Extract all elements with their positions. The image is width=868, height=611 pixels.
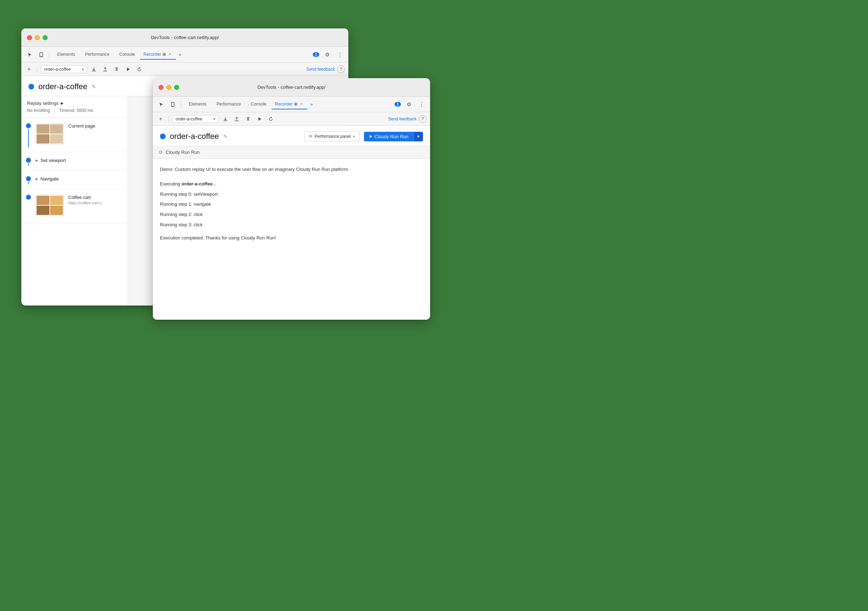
log-executing-suffix: ... <box>212 181 217 187</box>
nav-tabs-front: Elements Performance Console Recorder ✕ … <box>184 99 393 110</box>
replay-btn-arrow-front[interactable]: ▾ <box>413 132 423 141</box>
recorder-tab-label-front: Recorder <box>275 102 293 107</box>
edit-icon-front[interactable]: ✎ <box>223 133 228 139</box>
timeout-back: Timeout: 5000 ms <box>59 108 93 113</box>
settings-icon-front[interactable]: ⚙ <box>404 99 414 110</box>
step-content-2: ▶ Set viewport <box>36 156 128 166</box>
recording-selector-front[interactable]: order-a-coffee ▾ <box>172 115 219 123</box>
tab-performance-front[interactable]: Performance <box>211 99 246 110</box>
help-btn-back[interactable]: ? <box>337 65 345 73</box>
play-btn-front[interactable] <box>255 114 264 124</box>
thumb-grid-4 <box>36 195 64 216</box>
replay-btn-front[interactable]: Cloudy Run Run <box>364 132 413 141</box>
recording-selector-back[interactable]: order-a-coffee ▾ <box>41 65 87 73</box>
step-content-1: Current page <box>36 122 128 147</box>
no-throttling-back: No throttling <box>27 108 50 113</box>
more-tabs-back[interactable]: » <box>176 51 184 59</box>
import-btn-front[interactable] <box>232 114 241 124</box>
replay-settings-title-back[interactable]: Replay settings ▶ <box>27 101 122 106</box>
tab-recorder-front[interactable]: Recorder ✕ <box>271 99 307 110</box>
tl-green-back[interactable] <box>43 35 48 40</box>
tab-close-recorder-front[interactable]: ✕ <box>299 102 304 106</box>
svg-point-3 <box>163 54 165 55</box>
step-thumbnail-4 <box>36 195 64 216</box>
performance-panel-btn-front[interactable]: ⟳ Performance panel ▾ <box>304 131 360 141</box>
kebab-icon-back[interactable]: ⋮ <box>335 50 345 60</box>
custom-replay-title: Cloudy Run Run <box>166 150 199 155</box>
tab-close-recorder-back[interactable]: ✕ <box>167 52 172 56</box>
panel-btn-chevron-front: ▾ <box>353 134 355 139</box>
thumb-cell-1a <box>37 124 50 133</box>
delete-btn-back[interactable] <box>112 65 121 74</box>
cursor-tool-back[interactable] <box>25 50 35 60</box>
device-tool-back[interactable] <box>36 50 46 60</box>
recording-dot-front <box>160 133 166 139</box>
titlebar-back: DevTools - coffee-cart.netlify.app/ <box>21 28 348 47</box>
tab-elements-front[interactable]: Elements <box>184 99 211 110</box>
recorder-toolbar-back: + order-a-coffee ▾ Send feedback <box>21 62 348 76</box>
recorder-icon-front <box>294 102 298 106</box>
toolbar-right-back: 1 ⚙ ⋮ <box>313 50 345 60</box>
add-recording-btn-front[interactable]: + <box>157 115 165 123</box>
log-description-text: Demo: Custom replay UI to execute the us… <box>160 167 349 172</box>
step-text-1: Current page <box>68 123 123 128</box>
settings-icon-back[interactable]: ⚙ <box>322 50 332 60</box>
help-btn-front[interactable]: ? <box>419 115 426 123</box>
recorder-toolbar-divider-front <box>169 116 169 122</box>
export-btn-front[interactable] <box>221 114 230 124</box>
notification-badge-back[interactable]: 1 <box>313 52 319 57</box>
replay-settings-back: Replay settings ▶ No throttling | Timeou… <box>21 96 128 118</box>
log-executing-prefix: Executing <box>160 181 181 187</box>
step-thumbnail-1 <box>36 123 64 145</box>
import-btn-back[interactable] <box>101 65 110 74</box>
tl-yellow-front[interactable] <box>166 85 171 90</box>
more-tabs-front[interactable]: » <box>307 101 316 108</box>
log-step-0-text: Running step 0: setViewport <box>160 192 217 197</box>
tab-elements-back[interactable]: Elements <box>52 50 80 60</box>
send-feedback-link-back[interactable]: Send feedback <box>306 67 335 72</box>
devtools-toolbar-front: Elements Performance Console Recorder ✕ … <box>153 97 430 112</box>
traffic-lights-back <box>21 35 48 40</box>
play-btn-back[interactable] <box>123 65 133 74</box>
send-feedback-link-front[interactable]: Send feedback <box>388 116 417 122</box>
tl-yellow-back[interactable] <box>35 35 40 40</box>
kebab-icon-front[interactable]: ⋮ <box>417 99 426 110</box>
add-recording-btn-back[interactable]: + <box>25 65 33 74</box>
refresh-btn-back[interactable] <box>135 65 144 74</box>
tab-console-front[interactable]: Console <box>246 99 271 110</box>
log-completed-text: Execution completed. Thanks for using Cl… <box>160 235 276 240</box>
refresh-btn-front[interactable] <box>266 114 276 124</box>
recording-selector-chevron-back: ▾ <box>82 67 84 72</box>
svg-marker-12 <box>370 135 372 138</box>
steps-panel-back: Replay settings ▶ No throttling | Timeou… <box>21 96 128 305</box>
notification-badge-front[interactable]: 1 <box>395 102 401 107</box>
svg-marker-11 <box>259 117 261 121</box>
device-tool-front[interactable] <box>168 99 178 110</box>
tab-console-back[interactable]: Console <box>115 50 140 60</box>
cursor-tool-front[interactable] <box>157 99 166 110</box>
step-title-coffee-cart: Coffee cart <box>68 195 123 200</box>
step-content-4: Coffee cart https://coffee-cart.n <box>36 193 128 219</box>
replay-btn-icon-front <box>369 135 372 138</box>
tl-green-front[interactable] <box>174 85 179 90</box>
log-step-3-text: Running step 3: click <box>160 222 203 227</box>
export-btn-back[interactable] <box>89 65 98 74</box>
recorder-toolbar-front: + order-a-coffee ▾ Send feedback <box>153 112 430 126</box>
tl-red-front[interactable] <box>158 85 163 90</box>
custom-replay-header: ⚙ Cloudy Run Run <box>153 146 430 159</box>
edit-icon-back[interactable]: ✎ <box>92 84 96 90</box>
recording-title-back: order-a-coffee <box>39 82 87 91</box>
nav-tabs-back: Elements Performance Console Recorder ✕ … <box>52 50 312 60</box>
tab-performance-back[interactable]: Performance <box>80 50 115 60</box>
step-title-viewport[interactable]: ▶ Set viewport <box>36 158 123 163</box>
tl-red-back[interactable] <box>27 35 32 40</box>
tab-recorder-back[interactable]: Recorder ✕ <box>140 50 176 60</box>
step-title-navigate[interactable]: ▶ Navigate <box>36 176 123 181</box>
step-subtitle-coffee-cart: https://coffee-cart.n <box>68 201 123 205</box>
log-step-3: Running step 3: click <box>160 220 423 230</box>
log-step-1-text: Running step 1: navigate <box>160 201 211 207</box>
svg-marker-5 <box>127 68 130 71</box>
panel-btn-icon-front: ⟳ <box>309 134 312 139</box>
toolbar-right-front: 1 ⚙ ⋮ <box>395 99 426 110</box>
delete-btn-front[interactable] <box>243 114 253 124</box>
